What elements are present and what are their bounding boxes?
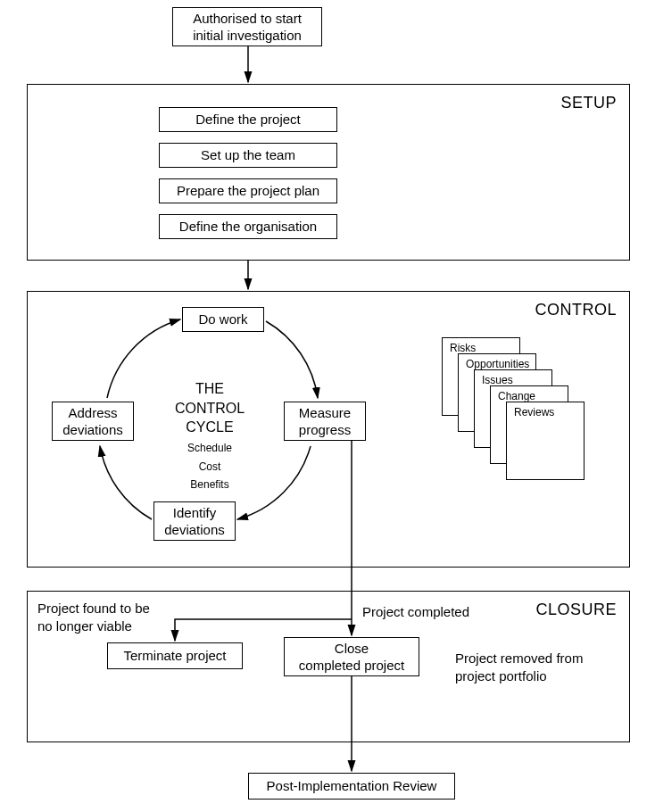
end-box: Post-Implementation Review [248,773,455,800]
closure-completed-label: Project completed [362,603,469,621]
setup-item-3: Prepare the project plan [159,178,337,203]
closure-not-viable-label: Project found to be no longer viable [37,600,150,634]
setup-item-2: Set up the team [159,143,337,168]
doc-reviews: Reviews [506,402,585,480]
start-box: Authorised to start initial investigatio… [172,7,322,46]
cycle-address: Address deviations [52,402,134,441]
doc-reviews-label: Reviews [514,406,554,418]
control-cycle-sub-3: Benefits [152,477,268,493]
control-cycle-title: THE CONTROL CYCLE [175,381,245,435]
cycle-measure: Measure progress [284,402,366,441]
phase-closure-label: CLOSURE [535,601,617,619]
closure-terminate-box: Terminate project [107,642,243,669]
doc-opportunities-label: Opportunities [466,358,529,370]
setup-item-1: Define the project [159,107,337,132]
phase-setup-label: SETUP [560,94,617,112]
diagram-canvas: Authorised to start initial investigatio… [0,0,655,812]
doc-issues-label: Issues [482,374,513,386]
control-cycle-sub-2: Cost [152,460,268,475]
phase-control-label: CONTROL [535,301,617,319]
control-cycle-sub-1: Schedule [152,441,268,456]
cycle-do-work: Do work [182,307,264,332]
doc-risks-label: Risks [450,342,476,354]
doc-change-label: Change [498,390,535,402]
control-cycle-title-block: THE CONTROL CYCLE Schedule Cost Benefits [152,379,268,493]
closure-close-box: Close completed project [284,637,419,676]
cycle-identify: Identify deviations [153,501,236,541]
setup-item-4: Define the organisation [159,214,337,239]
closure-removed-label: Project removed from project portfolio [455,650,583,684]
